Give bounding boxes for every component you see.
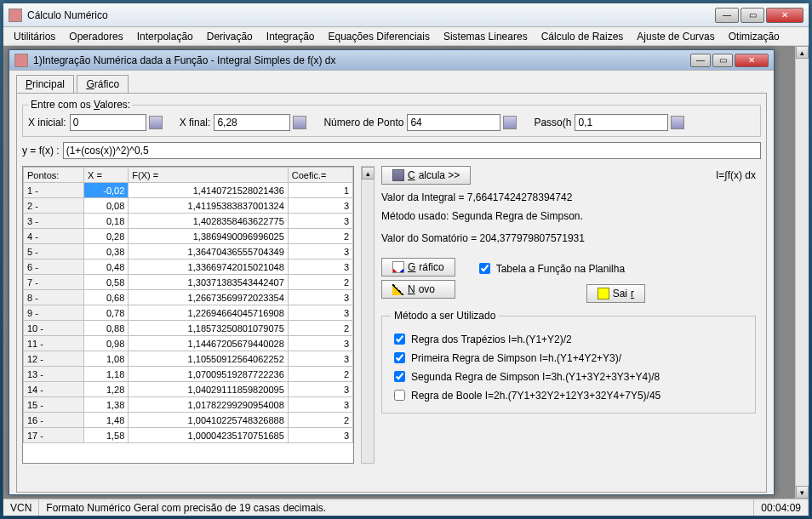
scroll-down-icon[interactable]: ▾ <box>796 486 809 499</box>
table-cell[interactable]: 16 - <box>24 413 84 428</box>
table-cell[interactable]: 3 <box>288 290 352 305</box>
inner-minimize-button[interactable]: — <box>690 54 711 67</box>
table-cell[interactable]: -0,02 <box>84 183 129 198</box>
table-row[interactable]: 1 --0,021,41407215280214361 <box>24 183 353 198</box>
table-cell[interactable]: 2 <box>288 229 352 244</box>
table-cell[interactable]: 1,18573250801079075 <box>129 321 288 336</box>
table-scrollbar[interactable]: ▴ <box>361 166 375 464</box>
table-cell[interactable]: 1,4140721528021436 <box>129 183 288 198</box>
menu-utilitarios[interactable]: Utilitários <box>7 29 62 44</box>
method-boole[interactable]: Regra de Boole I=2h.(7Y1+32Y2+12Y3+32Y4+… <box>391 387 746 403</box>
table-cell[interactable]: 0,78 <box>84 305 129 321</box>
table-cell[interactable]: 15 - <box>24 397 84 413</box>
table-row[interactable]: 3 -0,181,40283584636227753 <box>24 214 353 229</box>
calc-icon[interactable] <box>503 116 517 129</box>
table-row[interactable]: 5 -0,381,364704365557043493 <box>24 244 353 260</box>
table-cell[interactable]: 1,07009519287722236 <box>129 367 288 382</box>
table-cell[interactable]: 1,41195383837001324 <box>129 198 288 214</box>
tab-principal[interactable]: PPrincipalrincipal <box>16 75 74 94</box>
points-table-wrap[interactable]: Pontos: X = F(X) = Coefic.= 1 --0,021,41… <box>22 166 354 464</box>
table-cell[interactable]: 3 <box>288 351 352 367</box>
menu-eq-dif[interactable]: Equações Diferenciais <box>322 29 437 44</box>
table-row[interactable]: 14 -1,281,040291118598200953 <box>24 382 353 397</box>
table-cell[interactable]: 17 - <box>24 428 84 443</box>
input-num-pontos[interactable] <box>407 114 500 131</box>
method-trapezios[interactable]: Regra dos Trapézios I=h.(Y1+Y2)/2 <box>391 331 746 347</box>
minimize-button[interactable]: — <box>715 8 739 23</box>
table-cell[interactable]: 0,58 <box>84 275 129 290</box>
table-cell[interactable]: 8 - <box>24 290 84 305</box>
table-row[interactable]: 4 -0,281,38694900969960252 <box>24 229 353 244</box>
scroll-up-icon[interactable]: ▴ <box>796 46 809 59</box>
menu-raizes[interactable]: Cálculo de Raizes <box>535 29 631 44</box>
maximize-button[interactable]: ▭ <box>741 8 764 23</box>
table-cell[interactable]: 3 - <box>24 214 84 229</box>
table-cell[interactable]: 0,28 <box>84 229 129 244</box>
input-fx[interactable] <box>63 142 761 159</box>
table-cell[interactable]: 3 <box>288 428 352 443</box>
calc-icon[interactable] <box>671 116 684 129</box>
table-cell[interactable]: 9 - <box>24 305 84 321</box>
table-cell[interactable]: 0,98 <box>84 336 129 351</box>
table-cell[interactable]: 1,00410225748326888 <box>129 413 288 428</box>
table-cell[interactable]: 1,3869490096996025 <box>129 229 288 244</box>
table-cell[interactable]: 2 <box>288 321 352 336</box>
table-cell[interactable]: 11 - <box>24 336 84 351</box>
sair-button[interactable]: Sair <box>586 284 645 303</box>
table-cell[interactable]: 1,28 <box>84 382 129 397</box>
tabela-checkbox-row[interactable]: Tabela a Função na Planilha <box>476 260 756 277</box>
table-cell[interactable]: 2 - <box>24 198 84 214</box>
novo-button[interactable]: Novo <box>381 280 455 299</box>
table-cell[interactable]: 5 - <box>24 244 84 260</box>
tab-grafico[interactable]: Gráfico <box>77 75 129 93</box>
close-button[interactable]: ✕ <box>766 8 803 23</box>
input-x-final[interactable] <box>214 114 290 131</box>
col-coef[interactable]: Coefic.= <box>288 168 352 183</box>
table-cell[interactable]: 3 <box>288 214 352 229</box>
table-cell[interactable]: 1,33669742015021048 <box>129 260 288 275</box>
method-simpson1[interactable]: Primeira Regra de Simpson I=h.(Y1+4Y2+Y3… <box>391 350 746 366</box>
table-cell[interactable]: 0,38 <box>84 244 129 260</box>
table-cell[interactable]: 1 <box>288 183 352 198</box>
menu-integracao[interactable]: Integração <box>260 29 322 44</box>
menu-sistemas[interactable]: Sistemas Lineares <box>437 29 535 44</box>
table-row[interactable]: 13 -1,181,070095192877222362 <box>24 367 353 382</box>
table-cell[interactable]: 1,58 <box>84 428 129 443</box>
table-cell[interactable]: 1,08 <box>84 351 129 367</box>
menu-operadores[interactable]: Operadores <box>62 29 129 44</box>
table-cell[interactable]: 1,01782299290954008 <box>129 397 288 413</box>
outer-scrollbar[interactable]: ▴ ▾ <box>795 46 809 499</box>
table-cell[interactable]: 3 <box>288 305 352 321</box>
table-cell[interactable]: 1,18 <box>84 367 129 382</box>
col-x[interactable]: X = <box>84 168 129 183</box>
table-cell[interactable]: 1,36470436555704349 <box>129 244 288 260</box>
table-cell[interactable]: 1,14467205679440028 <box>129 336 288 351</box>
table-cell[interactable]: 1,22694664045716908 <box>129 305 288 321</box>
table-row[interactable]: 9 -0,781,226946640457169083 <box>24 305 353 321</box>
inner-maximize-button[interactable]: ▭ <box>712 54 733 67</box>
table-cell[interactable]: 4 - <box>24 229 84 244</box>
table-cell[interactable]: 2 <box>288 275 352 290</box>
table-cell[interactable]: 10 - <box>24 321 84 336</box>
table-row[interactable]: 16 -1,481,004102257483268882 <box>24 413 353 428</box>
menu-otimizacao[interactable]: Otimização <box>722 29 786 44</box>
table-cell[interactable]: 2 <box>288 413 352 428</box>
inner-close-button[interactable]: ✕ <box>735 54 769 67</box>
input-passo[interactable] <box>575 114 668 131</box>
table-cell[interactable]: 3 <box>288 382 352 397</box>
table-cell[interactable]: 1,04029111859820095 <box>129 382 288 397</box>
calc-icon[interactable] <box>149 116 163 129</box>
table-row[interactable]: 8 -0,681,266735699720233543 <box>24 290 353 305</box>
table-row[interactable]: 6 -0,481,336697420150210483 <box>24 260 353 275</box>
table-cell[interactable]: 1,38 <box>84 397 129 413</box>
table-row[interactable]: 2 -0,081,411953838370013243 <box>24 198 353 214</box>
scroll-up-icon[interactable]: ▴ <box>362 167 375 180</box>
table-cell[interactable]: 0,68 <box>84 290 129 305</box>
table-row[interactable]: 10 -0,881,185732508010790752 <box>24 321 353 336</box>
tabela-checkbox[interactable] <box>479 263 490 274</box>
table-cell[interactable]: 1,00004235170751685 <box>129 428 288 443</box>
table-cell[interactable]: 3 <box>288 336 352 351</box>
table-cell[interactable]: 1,48 <box>84 413 129 428</box>
table-cell[interactable]: 1,30371383543442407 <box>129 275 288 290</box>
method-simpson2[interactable]: Segunda Regra de Simpson I=3h.(Y1+3Y2+3Y… <box>391 368 746 385</box>
